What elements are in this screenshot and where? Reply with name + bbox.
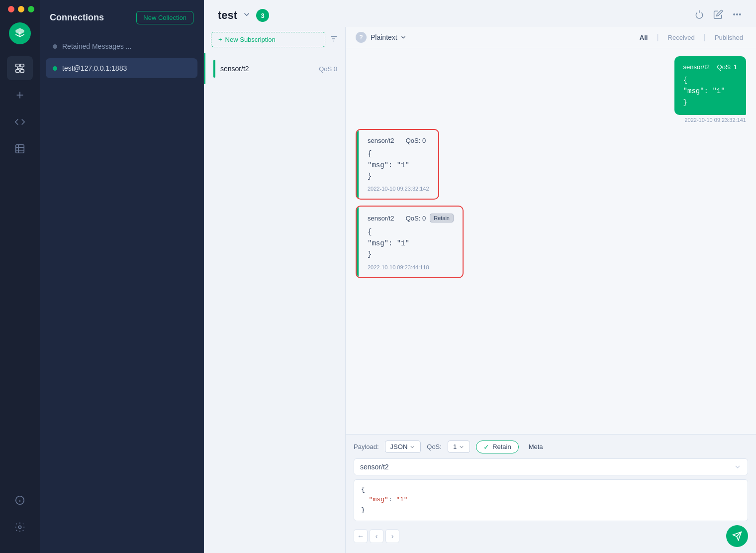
subscription-color-bar: [213, 60, 215, 78]
topic-input[interactable]: sensor/t2: [360, 463, 389, 471]
compose-nav-buttons: ← ‹ ›: [354, 529, 399, 543]
messages-panel: ? Plaintext All | Received | Published: [346, 27, 756, 553]
power-button[interactable]: [694, 9, 704, 22]
connection-label-retained: Retained Messages ...: [62, 42, 131, 50]
subscriptions-header: + New Subscription: [204, 27, 345, 52]
new-collection-button[interactable]: New Collection: [136, 11, 193, 24]
compose-line2: "msg": "1": [361, 495, 741, 505]
received-qos-2: QoS: 0: [406, 215, 426, 222]
nav-icon-code[interactable]: [7, 110, 33, 134]
traffic-light-yellow[interactable]: [18, 6, 24, 12]
published-bubble: sensor/t2 QoS: 1 { "msg": "1" }: [674, 56, 746, 115]
connection-item-test[interactable]: test@127.0.0.1:1883: [46, 58, 197, 78]
published-topic: sensor/t2: [683, 63, 710, 71]
received-timestamp-1: 2022-10-10 09:23:32:142: [368, 186, 429, 192]
nav-icon-settings[interactable]: [7, 515, 33, 539]
received-body-1: { "msg": "1" }: [368, 148, 429, 182]
more-options-button[interactable]: [732, 9, 742, 22]
published-body-line3: }: [683, 97, 737, 108]
compose-next-button[interactable]: ›: [385, 529, 399, 543]
received-meta-1: sensor/t2 QoS: 0: [368, 137, 429, 144]
retain-toggle-label: Retain: [492, 443, 511, 450]
subscription-item[interactable]: sensor/t2 QoS 0: [204, 53, 345, 84]
received-body2-line2: "msg": "1": [368, 238, 454, 249]
retain-badge: Retain: [430, 214, 454, 222]
received-body2-line1: {: [368, 226, 454, 237]
connections-list: Retained Messages ... test@127.0.0.1:188…: [40, 32, 203, 82]
compose-prev-button[interactable]: ‹: [370, 529, 383, 543]
nav-icons: [0, 56, 40, 161]
filter-received-button[interactable]: Received: [665, 32, 698, 43]
retain-toggle-button[interactable]: ✓ Retain: [476, 441, 519, 453]
meta-button[interactable]: Meta: [525, 441, 547, 452]
connection-count-badge: 3: [256, 9, 269, 22]
nav-icons-bottom: [7, 488, 33, 547]
main-header-left: test 3: [218, 9, 269, 22]
retain-check-icon: ✓: [483, 443, 489, 451]
new-subscription-label: New Subscription: [225, 36, 276, 43]
received-topic-1: sensor/t2: [368, 137, 394, 144]
nav-icon-table[interactable]: [7, 137, 33, 161]
compose-body[interactable]: { "msg": "1" }: [354, 479, 748, 521]
topic-expand-icon: [734, 463, 742, 471]
connection-label-test: test@127.0.0.1:1883: [62, 64, 127, 72]
content-body: + New Subscription sensor/t2 QoS 0: [204, 27, 756, 553]
compose-toolbar: Payload: JSON QoS: 1 ✓ Retain Meta: [354, 441, 748, 453]
connections-panel: Connections New Collection Retained Mess…: [40, 0, 204, 553]
subscription-filter-icon[interactable]: [329, 34, 338, 45]
connection-dot-green: [53, 66, 57, 71]
subscription-topic: sensor/t2: [220, 65, 249, 73]
compose-key: "msg": [369, 496, 388, 503]
traffic-light-red[interactable]: [8, 6, 14, 12]
published-meta: sensor/t2 QoS: 1: [683, 63, 737, 71]
logo-icon: [9, 22, 31, 44]
format-label: Plaintext: [371, 33, 397, 41]
received-body2-line3: }: [368, 249, 454, 260]
compose-code: { "msg": "1" }: [361, 485, 741, 516]
help-icon: ?: [356, 32, 367, 43]
published-qos: QoS: 1: [717, 63, 737, 71]
traffic-light-green[interactable]: [28, 6, 34, 12]
plus-icon: +: [218, 36, 222, 43]
received-message-1: sensor/t2 QoS: 0 { "msg": "1" } 2022-10-…: [356, 129, 439, 200]
filter-divider-2: |: [704, 33, 706, 42]
qos-selector[interactable]: 1: [448, 441, 470, 453]
compose-line3: }: [361, 505, 741, 516]
compose-back-button[interactable]: ←: [354, 529, 368, 543]
toolbar-right: All | Received | Published: [637, 32, 746, 43]
qos-value: 1: [453, 443, 457, 450]
svg-rect-2: [20, 64, 24, 67]
compose-val: "1": [396, 496, 407, 503]
received-layout-1: sensor/t2 QoS: 0 { "msg": "1" } 2022-10-…: [357, 130, 438, 199]
svg-rect-1: [16, 64, 19, 67]
send-button[interactable]: [726, 525, 748, 547]
svg-point-18: [734, 13, 735, 15]
published-timestamp: 2022-10-10 09:23:32:141: [674, 117, 746, 123]
nav-icon-connections[interactable]: [7, 56, 33, 80]
connection-item-retained[interactable]: Retained Messages ...: [46, 36, 197, 56]
chevron-down-icon[interactable]: [242, 10, 251, 21]
connections-header: Connections New Collection: [40, 0, 203, 32]
qos-label: QoS:: [427, 443, 442, 450]
connections-title: Connections: [50, 12, 104, 23]
svg-point-20: [740, 13, 741, 15]
payload-format-selector[interactable]: JSON: [385, 441, 421, 453]
edit-button[interactable]: [713, 9, 723, 22]
new-subscription-button[interactable]: + New Subscription: [211, 32, 325, 47]
connection-dot-gray: [53, 44, 57, 49]
format-selector[interactable]: Plaintext: [371, 33, 407, 41]
topic-row: sensor/t2: [354, 458, 748, 475]
nav-icon-info[interactable]: [7, 488, 33, 512]
filter-published-button[interactable]: Published: [712, 32, 746, 43]
main-header: test 3: [204, 0, 756, 22]
filter-all-button[interactable]: All: [637, 32, 651, 43]
published-body-line2: "msg": "1": [683, 86, 737, 97]
compose-area: Payload: JSON QoS: 1 ✓ Retain Meta: [346, 434, 756, 553]
traffic-lights: [0, 6, 34, 12]
compose-actions: ← ‹ ›: [354, 525, 748, 547]
svg-point-17: [18, 526, 21, 529]
subscriptions-panel: + New Subscription sensor/t2 QoS 0: [204, 27, 346, 553]
filter-divider-1: |: [657, 33, 659, 42]
icon-sidebar: [0, 0, 40, 553]
nav-icon-add[interactable]: [7, 83, 33, 107]
